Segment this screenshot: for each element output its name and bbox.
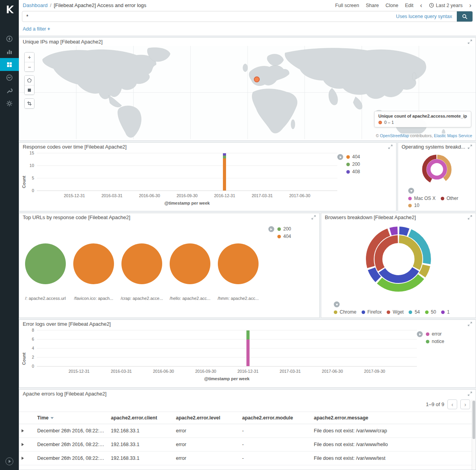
expand-panel-icon[interactable] [468, 215, 472, 220]
legend-dot [346, 170, 350, 174]
donut-segment[interactable] [429, 161, 445, 178]
column-header-time[interactable]: Time [35, 412, 109, 424]
expand-row-icon[interactable] [22, 457, 24, 460]
edit-button[interactable]: Edit [405, 3, 414, 8]
time-step-back-button[interactable]: ‹ [420, 2, 422, 9]
legend-item[interactable]: Wget [387, 309, 404, 315]
lucene-syntax-link[interactable]: Uses lucene query syntax [396, 14, 452, 19]
x-axis: 2015-12-312016-03-312016-06-302016-09-30… [37, 193, 337, 199]
row-expander-cell[interactable] [19, 438, 35, 452]
legend-item[interactable]: 1 [441, 309, 450, 315]
timepicker-button[interactable]: Last 2 years [429, 3, 463, 8]
pie-slice[interactable] [25, 243, 66, 284]
sidebar-item-dashboard[interactable] [0, 58, 19, 71]
legend-toggle-button[interactable] [417, 331, 423, 337]
legend-toggle-button[interactable] [334, 301, 340, 307]
row-expander-cell[interactable] [19, 465, 35, 470]
expand-panel-icon[interactable] [468, 322, 472, 326]
breadcrumb-current: [Filebeat Apache2] Access and error logs [54, 2, 146, 8]
chevron-down-icon [410, 190, 413, 192]
legend-item[interactable]: 10 [408, 203, 419, 208]
column-header-module[interactable]: apache2.error.module [240, 412, 311, 424]
column-header-message[interactable]: apache2.error.message [311, 412, 476, 424]
panel-header: Top URLs by response code [Filebeat Apac… [19, 213, 319, 221]
map-controls: + − [24, 52, 34, 109]
legend-item[interactable]: 50 [425, 309, 436, 315]
pie-item: /hello: apache2.acc... [170, 243, 210, 301]
elastic-maps-service-link[interactable]: Elastic Maps Service [434, 133, 472, 138]
legend-item[interactable]: 404 [346, 154, 360, 160]
map-canvas[interactable]: + − Unique count of apache2.a [19, 46, 476, 139]
table-scrollbar[interactable] [472, 400, 476, 470]
legend-label: Chrome [340, 309, 357, 315]
clone-button[interactable]: Clone [386, 3, 398, 8]
polygon-select-tool[interactable] [25, 76, 34, 85]
x-tick-label: 2016-09-30 [195, 369, 216, 374]
search-button[interactable] [457, 11, 472, 22]
pie-slice[interactable] [73, 243, 114, 284]
stacked-bar[interactable] [223, 153, 226, 191]
time-step-forward-button[interactable]: › [469, 2, 471, 9]
next-page-button[interactable]: › [460, 399, 470, 409]
table-header-row: Time apache2.error.client apache2.error.… [19, 412, 476, 424]
column-header-client[interactable]: apache2.error.client [109, 412, 174, 424]
column-header-level[interactable]: apache2.error.level [174, 412, 240, 424]
sidebar-item-visualize[interactable] [0, 45, 19, 58]
prev-page-button[interactable]: ‹ [447, 399, 457, 409]
row-expander-cell[interactable] [19, 452, 35, 465]
expander-column-header [19, 412, 35, 424]
share-button[interactable]: Share [366, 3, 379, 8]
legend-item[interactable]: 408 [346, 169, 360, 174]
legend-item[interactable]: 200 [346, 162, 360, 167]
query-input[interactable] [22, 13, 396, 20]
sidebar-item-discover[interactable] [0, 32, 19, 45]
legend-toggle-button[interactable] [268, 226, 274, 232]
rectangle-select-tool[interactable] [25, 85, 34, 94]
legend-dot [334, 310, 337, 314]
chart-legend: 404200408 [337, 153, 393, 211]
stacked-bar[interactable] [246, 330, 250, 367]
expand-panel-icon[interactable] [311, 215, 316, 220]
expand-panel-icon[interactable] [468, 145, 472, 149]
add-filter-link[interactable]: Add a filter+ [23, 26, 50, 32]
legend-item[interactable]: 54 [409, 309, 420, 315]
legend-item[interactable]: Other [441, 196, 458, 201]
legend-item[interactable]: Firefox [362, 309, 382, 315]
expand-panel-icon[interactable] [468, 392, 472, 396]
legend-dot [277, 227, 281, 231]
zoom-in-button[interactable]: + [25, 53, 34, 62]
row-expander-cell[interactable] [19, 424, 35, 438]
legend-dot [441, 197, 444, 200]
pie-slice[interactable] [121, 243, 162, 284]
zoom-out-button[interactable]: − [25, 62, 34, 71]
legend-item[interactable]: 404 [277, 234, 291, 239]
sidebar-item-timelion[interactable] [0, 71, 19, 84]
legend-item[interactable]: 200 [277, 226, 291, 232]
pie-slice[interactable] [170, 243, 210, 284]
expand-panel-icon[interactable] [388, 145, 393, 149]
legend-item[interactable]: Mac OS X [408, 196, 436, 201]
pie-slice[interactable] [218, 243, 259, 284]
openstreetmap-link[interactable]: OpenStreetMap [380, 133, 409, 138]
fit-bounds-tool[interactable] [25, 99, 34, 108]
cell-client: 192.168.33.1 [109, 424, 174, 438]
expand-row-icon[interactable] [22, 443, 24, 446]
sidebar-item-management[interactable] [0, 97, 19, 110]
legend-dot [408, 204, 412, 207]
map-marker[interactable] [254, 76, 260, 82]
legend-item[interactable]: Chrome [334, 309, 357, 315]
kibana-logo[interactable] [0, 0, 19, 19]
full-screen-button[interactable]: Full screen [335, 3, 359, 8]
breadcrumb-dashboard-link[interactable]: Dashboard [23, 2, 48, 8]
legend-item[interactable]: error [426, 331, 444, 337]
expand-panel-icon[interactable] [468, 40, 472, 44]
legend-toggle-button[interactable] [408, 188, 414, 194]
legend-toggle-button[interactable] [337, 154, 343, 160]
cell-module: - [240, 452, 311, 465]
cell-message: File does not exist: /var/www/favicon.ic… [311, 465, 476, 470]
expand-row-icon[interactable] [22, 429, 24, 432]
collapse-nav-button[interactable] [5, 457, 13, 465]
scrollbar-thumb[interactable] [472, 401, 475, 439]
legend-item[interactable]: notice [426, 339, 444, 344]
sidebar-item-dev-tools[interactable] [0, 84, 19, 97]
